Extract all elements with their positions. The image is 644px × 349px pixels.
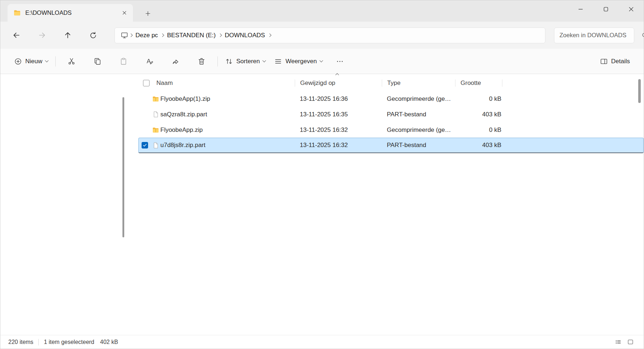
- rename-icon: [146, 57, 154, 65]
- chevron-down-icon: [263, 59, 266, 63]
- refresh-button[interactable]: [86, 28, 100, 43]
- zip-file-icon: [151, 95, 160, 103]
- clipboard-icon: [120, 57, 127, 65]
- back-button[interactable]: [9, 28, 23, 43]
- address-bar[interactable]: Deze pc BESTANDEN (E:) DOWNLOADS: [114, 27, 545, 43]
- search-input[interactable]: [554, 32, 641, 39]
- selection-info: 1 item geselecteerd: [44, 339, 94, 345]
- ellipsis-icon: [336, 57, 344, 65]
- view-list-icon: [274, 57, 282, 65]
- type-cell: PART-bestand: [382, 111, 456, 118]
- toolbar-divider: [217, 56, 218, 66]
- date-modified-cell: 13-11-2025 16:35: [295, 111, 382, 118]
- plus-circle-icon: [14, 57, 22, 65]
- file-name-cell: u7d8js8r.zip.part: [160, 142, 295, 149]
- search-icon: [641, 32, 644, 39]
- share-button[interactable]: [168, 54, 183, 69]
- sort-arrows-icon: [225, 57, 233, 65]
- file-row[interactable]: FlyoobeApp.zip 13-11-2025 16:32 Gecompri…: [138, 122, 644, 138]
- minimize-button[interactable]: [568, 0, 593, 18]
- date-modified-cell: 13-11-2025 16:36: [295, 95, 382, 103]
- file-row[interactable]: FlyoobeApp(1).zip 13-11-2025 16:36 Gecom…: [138, 91, 644, 107]
- tab-title: E:\DOWNLOADS: [25, 9, 115, 16]
- close-icon: [122, 10, 127, 16]
- size-cell: 403 kB: [456, 111, 503, 118]
- file-explorer-window: E:\DOWNLOADS: [0, 0, 644, 349]
- file-row[interactable]: saQzra8t.zip.part 13-11-2025 16:35 PART-…: [138, 107, 644, 122]
- navigation-pane: [0, 74, 125, 335]
- item-count: 220 items: [8, 339, 33, 345]
- part-file-icon: [151, 111, 160, 118]
- arrow-right-icon: [38, 31, 46, 39]
- cut-button[interactable]: [64, 54, 79, 69]
- column-headers: Naam Gewijzigd op Type Grootte: [138, 76, 644, 90]
- delete-button[interactable]: [194, 54, 209, 69]
- column-header-date-modified[interactable]: Gewijzigd op: [295, 76, 382, 90]
- details-view-icon: [615, 339, 622, 345]
- zip-file-icon: [151, 126, 160, 134]
- maximize-icon: [603, 6, 609, 12]
- column-header-size[interactable]: Grootte: [455, 76, 502, 90]
- chevron-right-icon: [268, 34, 271, 37]
- file-row[interactable]: u7d8js8r.zip.part 13-11-2025 16:32 PART-…: [138, 138, 644, 153]
- explorer-tab[interactable]: E:\DOWNLOADS: [8, 4, 133, 22]
- breadcrumb-deze-pc[interactable]: Deze pc: [132, 30, 161, 41]
- more-options-button[interactable]: [332, 54, 347, 69]
- content-scrollbar[interactable]: [638, 79, 641, 103]
- folder-icon: [13, 9, 21, 17]
- date-modified-cell: 13-11-2025 16:32: [295, 126, 382, 134]
- new-button[interactable]: Nieuw: [10, 54, 52, 69]
- view-button-label: Weergeven: [285, 58, 317, 65]
- statusbar-divider: [38, 339, 39, 345]
- file-name-cell: FlyoobeApp(1).zip: [160, 95, 295, 103]
- sort-button[interactable]: Sorteren: [221, 54, 270, 69]
- scissors-icon: [68, 57, 75, 65]
- forward-button[interactable]: [35, 28, 49, 43]
- details-view-button[interactable]: [613, 337, 623, 347]
- part-file-icon: [151, 142, 160, 149]
- main-content: Naam Gewijzigd op Type Grootte: [0, 74, 644, 335]
- type-cell: PART-bestand: [382, 142, 456, 149]
- view-button[interactable]: Weergeven: [270, 54, 327, 69]
- share-icon: [172, 57, 180, 65]
- details-pane-button[interactable]: Details: [596, 54, 634, 69]
- row-checkbox-checked[interactable]: [142, 142, 148, 148]
- selection-size: 402 kB: [100, 339, 118, 345]
- column-header-name[interactable]: Naam: [151, 76, 295, 90]
- close-button[interactable]: [618, 0, 644, 18]
- up-button[interactable]: [60, 28, 75, 43]
- sort-button-label: Sorteren: [236, 58, 260, 65]
- new-tab-button[interactable]: [142, 8, 154, 19]
- column-header-name-label: Naam: [156, 79, 173, 87]
- window-controls: [568, 0, 644, 18]
- arrow-left-icon: [12, 31, 21, 39]
- chevron-down-icon: [320, 59, 323, 63]
- plus-icon: [145, 10, 151, 17]
- column-header-type[interactable]: Type: [382, 76, 455, 90]
- maximize-button[interactable]: [593, 0, 618, 18]
- toolbar-divider: [55, 56, 56, 66]
- copy-button[interactable]: [90, 54, 105, 69]
- size-cell: 0 kB: [456, 126, 503, 134]
- chevron-down-icon: [45, 59, 49, 63]
- paste-button[interactable]: [116, 54, 131, 69]
- column-header-date-modified-label: Gewijzigd op: [300, 79, 335, 87]
- tab-close-button[interactable]: [119, 8, 129, 18]
- breadcrumb-downloads[interactable]: DOWNLOADS: [221, 30, 268, 41]
- rename-button[interactable]: [142, 54, 157, 69]
- select-all-checkbox[interactable]: [143, 80, 150, 86]
- date-modified-cell: 13-11-2025 16:32: [295, 142, 382, 149]
- trash-icon: [198, 57, 206, 65]
- sidebar-scrollbar[interactable]: [122, 97, 124, 237]
- thumbnails-view-button[interactable]: [625, 337, 636, 347]
- new-button-label: Nieuw: [25, 58, 42, 65]
- size-cell: 0 kB: [456, 95, 503, 103]
- column-header-size-label: Grootte: [461, 79, 481, 87]
- breadcrumb-drive[interactable]: BESTANDEN (E:): [164, 30, 219, 41]
- type-cell: Gecomprimeerde (ge…: [382, 126, 456, 134]
- titlebar: E:\DOWNLOADS: [0, 0, 644, 22]
- search-box[interactable]: [554, 27, 634, 43]
- column-header-type-label: Type: [387, 79, 401, 87]
- size-cell: 403 kB: [456, 142, 503, 149]
- check-icon: [142, 143, 147, 148]
